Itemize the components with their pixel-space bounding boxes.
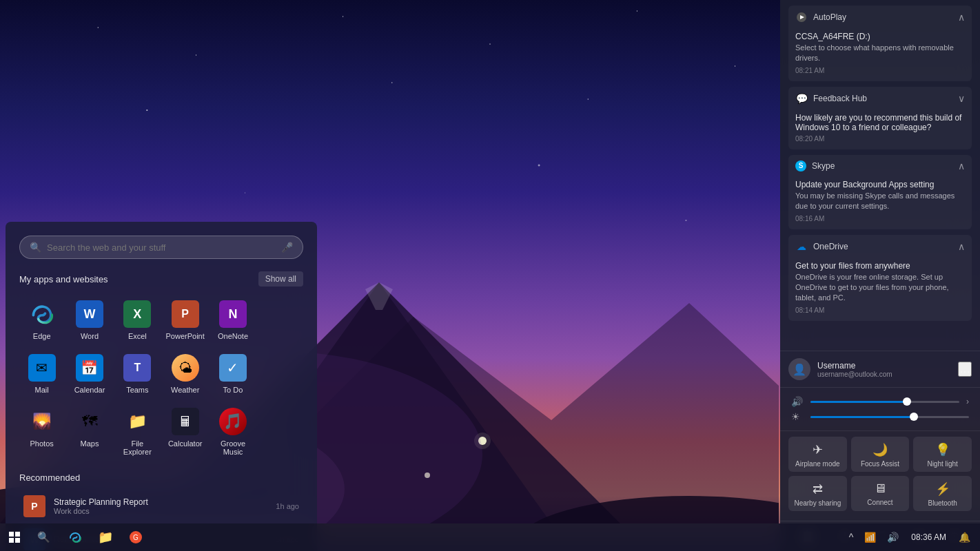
app-teams[interactable]: T Teams bbox=[115, 349, 160, 399]
app-teams-label: Teams bbox=[126, 386, 148, 394]
night-icon: 💡 bbox=[935, 442, 950, 457]
apps-grid: Edge W Word X Excel P PowerPoint N OneNo… bbox=[19, 295, 303, 461]
svg-point-8 bbox=[425, 472, 430, 478]
svg-rect-14 bbox=[15, 532, 20, 537]
notif-feedback-appname: Feedback Hub bbox=[813, 94, 952, 103]
app-calendar-label: Calendar bbox=[74, 386, 105, 394]
notif-feedback-header[interactable]: 💬 Feedback Hub ∨ bbox=[788, 87, 972, 110]
rec-item-0[interactable]: P Strategic Planning Report Work docs 1h… bbox=[19, 490, 303, 523]
svg-marker-3 bbox=[365, 282, 393, 310]
search-input[interactable] bbox=[47, 242, 276, 253]
connect-icon: 🖥 bbox=[874, 481, 886, 496]
app-mail[interactable]: ✉ Mail bbox=[19, 349, 64, 399]
taskbar-network-icon[interactable]: 📶 bbox=[860, 529, 880, 545]
airplane-icon: ✈ bbox=[813, 442, 823, 457]
notif-onedrive-collapse[interactable]: ∧ bbox=[958, 241, 965, 252]
svg-point-6 bbox=[478, 437, 487, 445]
volume-arrow[interactable]: › bbox=[966, 397, 969, 406]
quick-actions: ✈ Airplane mode 🌙 Focus Assist 💡 Night l… bbox=[780, 430, 980, 521]
app-photos[interactable]: 🌄 Photos bbox=[19, 402, 64, 461]
app-todo[interactable]: ✓ To Do bbox=[210, 349, 255, 399]
notif-onedrive-message: OneDrive is your free online storage. Se… bbox=[795, 272, 965, 304]
notif-autoplay-collapse[interactable]: ∧ bbox=[958, 12, 965, 23]
app-maps[interactable]: 🗺 Maps bbox=[67, 402, 112, 461]
notif-autoplay-header[interactable]: AutoPlay ∧ bbox=[788, 6, 972, 29]
taskbar-right: ^ 📶 🔊 08:36 AM 🔔 bbox=[845, 529, 980, 545]
quick-row-1: ✈ Airplane mode 🌙 Focus Assist 💡 Night l… bbox=[788, 437, 972, 472]
taskbar-search-icon: 🔍 bbox=[37, 531, 50, 543]
notif-autoplay-title: CCSA_A64FRE (D:) bbox=[795, 32, 965, 41]
svg-point-7 bbox=[474, 433, 491, 449]
quick-night-light[interactable]: 💡 Night light bbox=[913, 437, 972, 472]
app-todo-label: To Do bbox=[223, 386, 243, 394]
app-weather-label: Weather bbox=[171, 386, 199, 394]
bluetooth-icon: ⚡ bbox=[935, 481, 950, 497]
search-icon: 🔍 bbox=[30, 242, 41, 253]
taskbar-git-icon: G bbox=[130, 531, 142, 543]
notif-feedback-title: How likely are you to recommend this bui… bbox=[795, 113, 965, 132]
app-calculator[interactable]: 🖩 Calculator bbox=[163, 402, 207, 461]
app-calendar[interactable]: 📅 Calendar bbox=[67, 349, 112, 399]
taskbar-chevron[interactable]: ^ bbox=[845, 529, 858, 545]
quick-connect[interactable]: 🖥 Connect bbox=[851, 476, 910, 511]
user-info: Username username@outlook.com bbox=[817, 361, 951, 378]
apps-section-header: My apps and websites Show all bbox=[19, 271, 303, 287]
app-weather[interactable]: 🌤 Weather bbox=[163, 349, 207, 399]
recommended-title: Recommended bbox=[19, 472, 303, 483]
notification-bell[interactable]: 🔔 bbox=[955, 529, 974, 545]
notif-skype-collapse[interactable]: ∧ bbox=[958, 160, 965, 171]
start-button[interactable] bbox=[0, 523, 29, 551]
app-file-explorer[interactable]: 📁 File Explorer bbox=[115, 402, 160, 461]
taskbar-explorer[interactable]: 📁 bbox=[91, 523, 120, 551]
feedback-icon: 💬 bbox=[795, 92, 808, 105]
app-word[interactable]: W Word bbox=[67, 295, 112, 346]
mic-icon[interactable]: 🎤 bbox=[281, 242, 293, 253]
notif-autoplay: AutoPlay ∧ CCSA_A64FRE (D:) Select to ch… bbox=[788, 6, 972, 81]
taskbar-search-button[interactable]: 🔍 bbox=[29, 523, 58, 551]
taskbar-edge[interactable] bbox=[61, 523, 90, 551]
quick-nearby-sharing[interactable]: ⇄ Nearby sharing bbox=[788, 476, 847, 511]
svg-rect-15 bbox=[9, 538, 14, 543]
app-edge[interactable]: Edge bbox=[19, 295, 64, 346]
notif-feedback-time: 08:20 AM bbox=[795, 135, 965, 143]
notif-feedback: 💬 Feedback Hub ∨ How likely are you to r… bbox=[788, 87, 972, 149]
app-onenote[interactable]: N OneNote bbox=[210, 295, 255, 346]
volume-icon: 🔊 bbox=[791, 396, 804, 407]
app-edge-label: Edge bbox=[33, 332, 51, 340]
app-groove[interactable]: 🎵 Groove Music bbox=[210, 402, 255, 461]
taskbar-volume-icon[interactable]: 🔊 bbox=[883, 529, 903, 545]
focus-label: Focus Assist bbox=[861, 460, 899, 468]
taskbar-explorer-icon: 📁 bbox=[98, 530, 113, 545]
show-all-button[interactable]: Show all bbox=[258, 271, 303, 287]
app-ppt-label: PowerPoint bbox=[166, 332, 205, 340]
taskbar: 🔍 📁 G ^ 📶 🔊 08:36 AM 🔔 bbox=[0, 523, 980, 551]
app-powerpoint[interactable]: P PowerPoint bbox=[163, 295, 207, 346]
notifications-area: AutoPlay ∧ CCSA_A64FRE (D:) Select to ch… bbox=[780, 0, 980, 351]
search-bar[interactable]: 🔍 🎤 bbox=[19, 236, 303, 259]
focus-icon: 🌙 bbox=[872, 442, 888, 457]
quick-focus-assist[interactable]: 🌙 Focus Assist bbox=[851, 437, 910, 472]
brightness-track[interactable] bbox=[810, 416, 969, 418]
notif-skype-header[interactable]: S Skype ∧ bbox=[788, 155, 972, 177]
notif-onedrive-body: Get to your files from anywhere OneDrive… bbox=[788, 258, 972, 321]
taskbar-apps: 📁 G bbox=[61, 523, 150, 551]
notif-feedback-collapse[interactable]: ∨ bbox=[958, 93, 965, 104]
taskbar-git[interactable]: G bbox=[121, 523, 150, 551]
notif-skype: S Skype ∧ Update your Background Apps se… bbox=[788, 155, 972, 229]
svg-rect-16 bbox=[15, 538, 20, 543]
notif-autoplay-body: CCSA_A64FRE (D:) Select to choose what h… bbox=[788, 29, 972, 81]
rec-info-0: Strategic Planning Report Work docs bbox=[54, 497, 267, 515]
clock[interactable]: 08:36 AM bbox=[906, 530, 952, 545]
connect-label: Connect bbox=[867, 499, 892, 506]
notif-onedrive-header[interactable]: ☁ OneDrive ∧ bbox=[788, 235, 972, 258]
volume-track[interactable] bbox=[810, 401, 959, 403]
app-mail-label: Mail bbox=[35, 386, 49, 394]
quick-airplane-mode[interactable]: ✈ Airplane mode bbox=[788, 437, 847, 472]
nearby-icon: ⇄ bbox=[813, 481, 823, 497]
app-excel[interactable]: X Excel bbox=[115, 295, 160, 346]
user-more-button[interactable]: … bbox=[958, 362, 972, 377]
quick-bluetooth[interactable]: ⚡ Bluetooth bbox=[913, 476, 972, 511]
brightness-row: ☀ bbox=[791, 411, 969, 422]
desktop: 🔍 🎤 My apps and websites Show all bbox=[0, 0, 980, 551]
app-excel-label: Excel bbox=[128, 332, 147, 340]
